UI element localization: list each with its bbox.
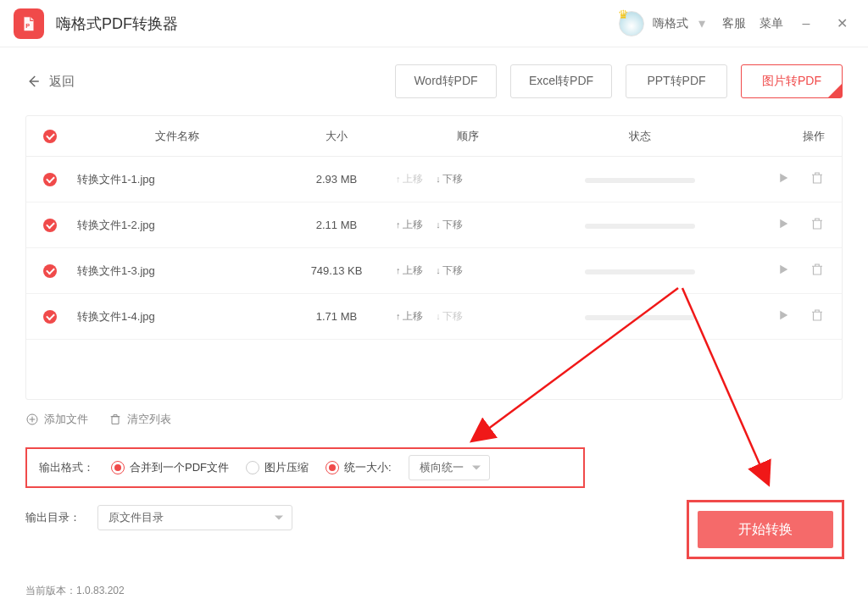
row-check-icon[interactable]	[43, 173, 57, 186]
user-area[interactable]: ♛ 嗨格式 ▾	[601, 11, 709, 36]
close-button[interactable]: ✕	[829, 15, 854, 31]
radio-checked-icon	[326, 461, 339, 474]
status-progress-bar	[585, 315, 695, 320]
radio-unchecked-icon	[246, 461, 259, 474]
move-down-button[interactable]: ↓下移	[436, 264, 463, 276]
start-convert-button[interactable]: 开始转换	[698, 511, 833, 548]
back-label: 返回	[49, 74, 75, 90]
row-check-icon[interactable]	[43, 310, 57, 324]
file-size: 2.93 MB	[277, 173, 396, 186]
move-up-button[interactable]: ↑上移	[396, 264, 423, 276]
menu-service[interactable]: 客服	[722, 16, 746, 31]
table-row: 转换文件1-4.jpg 1.71 MB ↑上移 ↓下移	[26, 294, 842, 340]
arrow-left-icon	[25, 74, 41, 89]
start-highlight: 开始转换	[687, 500, 844, 559]
version-footer: 当前版本：1.0.83.202	[25, 584, 125, 598]
clear-list-button[interactable]: 清空列表	[108, 412, 171, 427]
move-down-button[interactable]: ↓下移	[436, 219, 463, 230]
header-actions: 操作	[740, 129, 825, 144]
play-button[interactable]	[776, 308, 791, 323]
delete-button[interactable]	[810, 262, 825, 277]
row-check-icon[interactable]	[43, 264, 57, 278]
uniform-size-select[interactable]: 横向统一	[409, 455, 490, 480]
menu-menu[interactable]: 菜单	[760, 16, 783, 31]
back-button[interactable]: 返回	[25, 74, 75, 90]
option-compress[interactable]: 图片压缩	[246, 460, 309, 475]
tab-ppt-to-pdf[interactable]: PPT转PDF	[626, 64, 727, 98]
play-button[interactable]	[776, 216, 791, 231]
move-up-button: ↑上移	[396, 173, 423, 185]
output-dir-label: 输出目录：	[25, 510, 81, 525]
header-status: 状态	[540, 129, 740, 144]
delete-button[interactable]	[810, 308, 825, 323]
file-list-panel: 文件名称 大小 顺序 状态 操作 转换文件1-1.jpg 2.93 MB ↑上移…	[25, 115, 843, 400]
status-progress-bar	[585, 178, 695, 183]
delete-button[interactable]	[810, 216, 825, 231]
play-button[interactable]	[776, 262, 791, 277]
check-all-icon[interactable]	[43, 130, 57, 143]
move-down-button[interactable]: ↓下移	[436, 173, 463, 185]
header-size: 大小	[277, 129, 396, 144]
file-size: 1.71 MB	[277, 310, 396, 323]
app-title: 嗨格式PDF转换器	[56, 14, 178, 34]
output-format-label: 输出格式：	[39, 460, 94, 475]
file-name: 转换文件1-2.jpg	[77, 218, 277, 233]
crown-icon: ♛	[618, 8, 629, 21]
clear-list-label: 清空列表	[127, 412, 171, 427]
user-name: 嗨格式	[653, 16, 688, 31]
output-format-options: 输出格式： 合并到一个PDF文件 图片压缩 统一大小: 横向统一	[25, 447, 585, 488]
output-dir-select[interactable]: 原文件目录	[97, 505, 292, 530]
add-file-button[interactable]: 添加文件	[25, 412, 88, 427]
delete-button[interactable]	[810, 170, 825, 186]
file-name: 转换文件1-3.jpg	[77, 263, 277, 279]
add-file-label: 添加文件	[44, 412, 88, 427]
status-progress-bar	[585, 269, 695, 274]
tab-word-to-pdf[interactable]: Word转PDF	[395, 64, 497, 98]
radio-checked-icon	[111, 461, 125, 474]
file-size: 2.11 MB	[277, 219, 396, 231]
move-down-button: ↓下移	[436, 310, 463, 322]
file-name: 转换文件1-4.jpg	[77, 309, 277, 324]
status-progress-bar	[585, 224, 695, 229]
move-up-button[interactable]: ↑上移	[396, 310, 423, 322]
table-header: 文件名称 大小 顺序 状态 操作	[26, 116, 842, 157]
header-name: 文件名称	[77, 129, 277, 144]
svg-text:P: P	[25, 21, 30, 29]
row-check-icon[interactable]	[43, 219, 57, 232]
option-merge[interactable]: 合并到一个PDF文件	[111, 460, 229, 475]
tab-image-to-pdf[interactable]: 图片转PDF	[741, 64, 843, 98]
header-order: 顺序	[396, 129, 540, 144]
chevron-down-icon: ▾	[698, 15, 705, 31]
file-name: 转换文件1-1.jpg	[77, 172, 277, 187]
table-row: 转换文件1-3.jpg 749.13 KB ↑上移 ↓下移	[26, 248, 842, 294]
play-button[interactable]	[776, 170, 791, 186]
table-row: 转换文件1-1.jpg 2.93 MB ↑上移 ↓下移	[26, 157, 842, 202]
app-logo-icon: P	[14, 8, 44, 39]
move-up-button[interactable]: ↑上移	[396, 219, 423, 230]
option-uniform-size[interactable]: 统一大小:	[326, 460, 392, 475]
tab-excel-to-pdf[interactable]: Excel转PDF	[510, 64, 612, 98]
minimize-button[interactable]: –	[793, 16, 819, 31]
table-row: 转换文件1-2.jpg 2.11 MB ↑上移 ↓下移	[26, 202, 842, 248]
file-size: 749.13 KB	[277, 264, 396, 277]
